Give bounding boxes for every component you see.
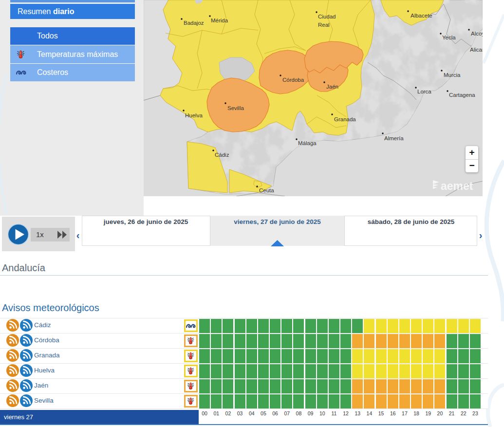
- svg-text:Badajoz: Badajoz: [184, 20, 204, 26]
- svg-text:Real: Real: [318, 22, 330, 28]
- svg-text:Ceuta: Ceuta: [259, 187, 274, 193]
- svg-text:Alicante: Alicante: [470, 47, 483, 53]
- svg-text:Yecla: Yecla: [442, 35, 456, 40]
- svg-text:Córdoba: Córdoba: [282, 77, 304, 83]
- svg-text:Alcoy: Alcoy: [471, 31, 483, 37]
- svg-text:Cartagena: Cartagena: [449, 92, 475, 98]
- svg-text:Ciudad: Ciudad: [318, 14, 336, 19]
- svg-text:aemet: aemet: [441, 180, 473, 192]
- svg-text:Jaén: Jaén: [326, 84, 338, 90]
- svg-text:Málaga: Málaga: [298, 140, 317, 146]
- svg-text:Granada: Granada: [334, 116, 356, 122]
- svg-text:Almería: Almería: [384, 135, 404, 141]
- svg-text:Albacete: Albacete: [411, 13, 432, 19]
- svg-text:Huelva: Huelva: [185, 112, 203, 118]
- svg-text:Cádiz: Cádiz: [215, 152, 229, 158]
- svg-text:Sevilla: Sevilla: [227, 105, 244, 111]
- svg-text:Mérida: Mérida: [211, 18, 228, 23]
- svg-text:Lorca: Lorca: [417, 89, 431, 94]
- svg-text:Murcia: Murcia: [444, 72, 461, 78]
